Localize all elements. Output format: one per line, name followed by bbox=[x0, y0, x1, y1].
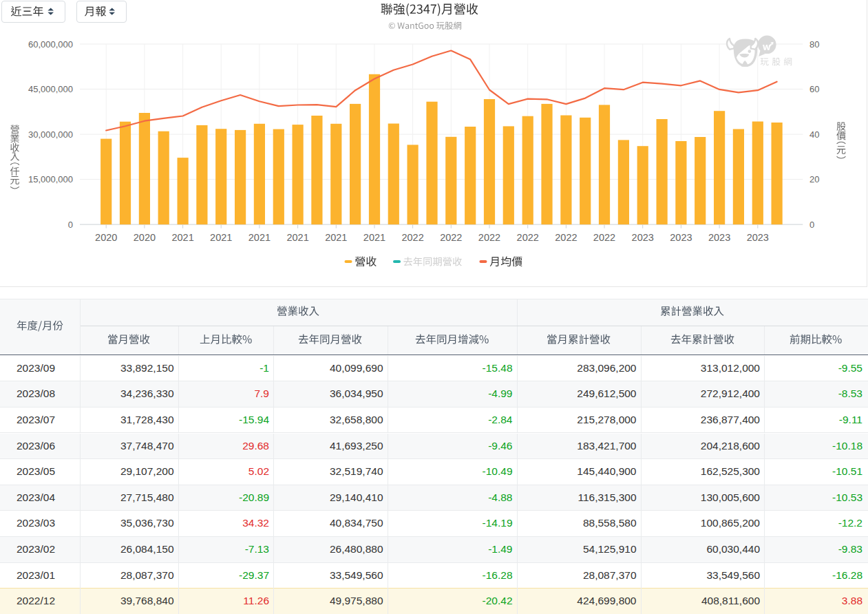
svg-text:2021: 2021 bbox=[325, 232, 347, 243]
svg-text:2023: 2023 bbox=[632, 232, 654, 243]
svg-text:20: 20 bbox=[809, 174, 819, 184]
svg-text:2022: 2022 bbox=[555, 232, 577, 243]
svg-text:40: 40 bbox=[809, 129, 819, 140]
svg-text:0: 0 bbox=[68, 220, 73, 230]
svg-text:2022: 2022 bbox=[517, 232, 539, 243]
svg-text:2022: 2022 bbox=[593, 232, 615, 243]
svg-text:15,000,000: 15,000,000 bbox=[28, 174, 73, 184]
svg-text:2022: 2022 bbox=[401, 232, 423, 243]
svg-text:2021: 2021 bbox=[171, 232, 193, 243]
svg-text:45,000,000: 45,000,000 bbox=[28, 84, 73, 94]
svg-text:80: 80 bbox=[809, 39, 819, 50]
svg-text:0: 0 bbox=[809, 220, 814, 230]
svg-text:2023: 2023 bbox=[708, 232, 730, 243]
svg-text:2022: 2022 bbox=[478, 232, 500, 243]
svg-text:2020: 2020 bbox=[134, 232, 156, 243]
svg-text:2023: 2023 bbox=[670, 232, 692, 243]
svg-text:2023: 2023 bbox=[747, 232, 769, 243]
svg-text:60,000,000: 60,000,000 bbox=[28, 39, 73, 50]
svg-text:2020: 2020 bbox=[95, 232, 117, 243]
svg-text:2022: 2022 bbox=[440, 232, 462, 243]
svg-text:60: 60 bbox=[809, 84, 819, 94]
svg-text:2021: 2021 bbox=[286, 232, 308, 243]
svg-text:2021: 2021 bbox=[248, 232, 271, 243]
svg-text:2021: 2021 bbox=[363, 232, 385, 243]
svg-text:30,000,000: 30,000,000 bbox=[28, 129, 73, 140]
svg-text:2021: 2021 bbox=[210, 232, 232, 243]
